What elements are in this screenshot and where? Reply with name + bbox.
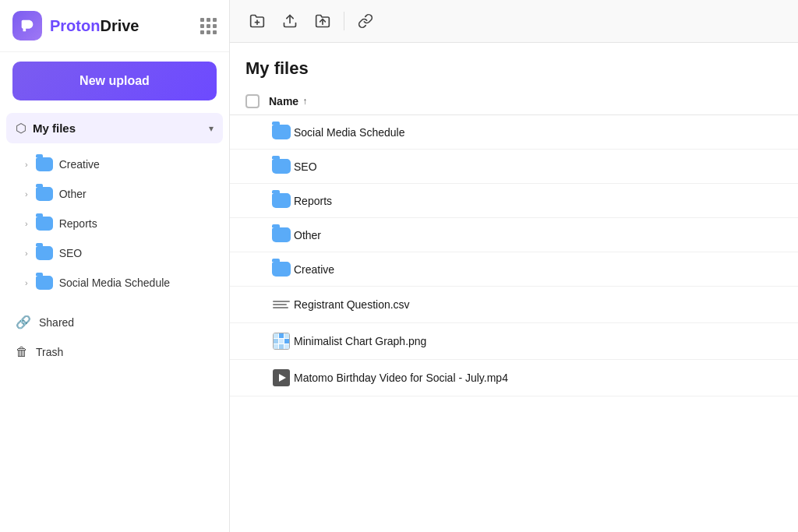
file-row-icon [269,369,294,386]
folder-icon [272,159,291,174]
my-files-header[interactable]: ⬡ My files ▾ [6,113,223,143]
sidebar-item-other[interactable]: › Other [6,179,223,209]
chevron-right-icon: › [25,248,28,258]
inbox-icon: ⬡ [16,121,26,136]
logo-area: ProtonDrive [12,11,139,41]
file-name: Registrant Question.csv [294,298,782,311]
page-title: My files [245,58,782,79]
get-link-button[interactable] [351,6,380,36]
folder-icon [272,262,291,277]
sidebar-header: ProtonDrive [0,0,229,52]
trash-icon: 🗑 [16,345,28,359]
sort-arrow-icon: ↑ [302,96,307,107]
upload-folder-button[interactable] [308,6,337,36]
file-row-social-media-schedule[interactable]: Social Media Schedule [230,115,798,150]
select-all-checkbox[interactable] [245,94,260,108]
file-name: Social Media Schedule [294,126,782,139]
folder-icon [36,187,53,201]
folder-icon [272,227,291,242]
file-rows-container: Social Media Schedule SEO Reports Other … [230,115,798,396]
file-row-icon [269,159,294,174]
sidebar-item-label: Other [59,188,87,200]
name-column-header[interactable]: Name ↑ [269,95,307,107]
sidebar-item-creative[interactable]: › Creative [6,150,223,179]
sidebar-nav-trash[interactable]: 🗑 Trash [6,337,223,367]
image-icon [273,333,290,350]
sidebar-nav: 🔗 Shared 🗑 Trash [0,304,229,370]
new-upload-button[interactable]: New upload [12,62,217,100]
sidebar-item-label: SEO [59,247,83,259]
sidebar-folder-list: › Creative › Other › Reports › SEO › Soc… [0,146,229,301]
sidebar-item-social-media-schedule[interactable]: › Social Media Schedule [6,268,223,298]
upload-file-button[interactable] [275,6,305,36]
file-name: Matomo Birthday Video for Social - July.… [294,372,782,384]
file-row-seo[interactable]: SEO [230,150,798,184]
sidebar-item-label: Social Media Schedule [59,277,170,289]
chevron-down-icon: ▾ [209,123,214,134]
chevron-right-icon: › [25,219,28,228]
file-row-icon [269,125,294,139]
chevron-right-icon: › [25,160,28,169]
file-name: Minimalist Chart Graph.png [294,335,782,347]
toolbar-divider [344,12,344,30]
file-list: Name ↑ Social Media Schedule SEO Reports… [230,88,798,532]
file-row-icon [269,227,294,242]
folder-icon [36,246,53,260]
folder-icon [36,157,53,171]
app-name: ProtonDrive [50,17,139,35]
file-row-icon [269,262,294,277]
my-files-label: My files [33,122,203,135]
file-row-icon [269,333,294,350]
shared-icon: 🔗 [16,315,31,329]
sidebar: ProtonDrive New upload ⬡ My files ▾ › Cr… [0,0,230,532]
sidebar-item-reports[interactable]: › Reports [6,209,223,238]
folder-icon [36,276,53,290]
file-row-other[interactable]: Other [230,218,798,252]
nav-label: Trash [36,346,63,358]
file-row-icon [269,296,294,313]
grid-menu-icon[interactable] [200,18,217,34]
nav-label: Shared [39,316,74,329]
video-icon [273,369,290,386]
sidebar-item-seo[interactable]: › SEO [6,238,223,268]
chevron-right-icon: › [25,278,28,287]
csv-icon [273,296,290,313]
new-folder-button[interactable] [242,6,272,36]
sidebar-item-label: Creative [59,158,100,171]
my-files-section: ⬡ My files ▾ [0,110,229,146]
file-name: SEO [294,160,782,173]
main-content: My files Name ↑ Social Media Schedule SE… [230,0,798,532]
sidebar-item-label: Reports [59,217,97,230]
folder-icon [272,125,291,139]
file-name: Reports [294,195,782,207]
file-row-minimalist-chart[interactable]: Minimalist Chart Graph.png [230,323,798,360]
file-name: Other [294,229,782,241]
chevron-right-icon: › [25,189,28,199]
file-name: Creative [294,263,782,276]
file-row-icon [269,193,294,208]
folder-icon [272,193,291,208]
toolbar [230,0,798,43]
sidebar-nav-shared[interactable]: 🔗 Shared [6,307,223,337]
select-all-checkbox-area[interactable] [245,94,269,108]
file-row-creative[interactable]: Creative [230,252,798,287]
page-title-bar: My files [230,43,798,88]
file-row-registrant-csv[interactable]: Registrant Question.csv [230,287,798,323]
folder-icon [36,217,53,231]
file-list-header: Name ↑ [230,88,798,115]
file-row-reports[interactable]: Reports [230,184,798,218]
proton-logo-icon [12,11,42,41]
file-row-matomo-video[interactable]: Matomo Birthday Video for Social - July.… [230,360,798,396]
